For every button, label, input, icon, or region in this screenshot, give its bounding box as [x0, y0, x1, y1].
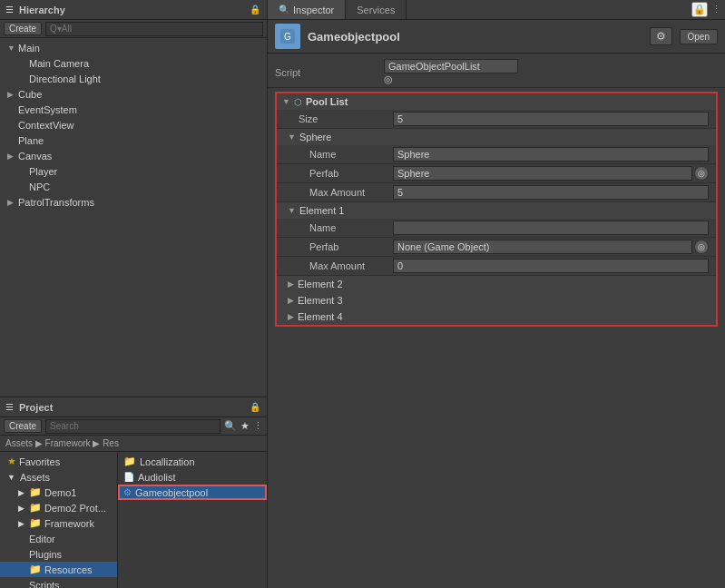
- proj-plugins[interactable]: Plugins: [0, 546, 117, 562]
- elem1-prefab-select-button[interactable]: ◎: [694, 240, 709, 254]
- proj-plugins-label: Plugins: [29, 549, 62, 560]
- hier-label-main: Main: [18, 43, 40, 54]
- elem1-name-value[interactable]: [393, 220, 709, 235]
- project-create-button[interactable]: Create: [4, 419, 42, 433]
- proj-favorites[interactable]: ★ Favorites: [0, 454, 117, 469]
- proj-assets[interactable]: ▼ Assets: [0, 469, 117, 485]
- proj-demo2[interactable]: ▶ 📁 Demo2 Prot...: [0, 500, 117, 515]
- proj-editor-label: Editor: [29, 534, 55, 544]
- proj-file-locallization[interactable]: 📁 Locallization: [118, 454, 267, 469]
- hierarchy-create-button[interactable]: Create: [4, 22, 42, 35]
- tab-services[interactable]: Services: [346, 0, 407, 19]
- size-value[interactable]: [393, 112, 709, 126]
- proj-favorites-label: Favorites: [19, 456, 60, 467]
- layout-icon: ⋮: [253, 420, 263, 432]
- project-tree: ★ Favorites ▼ Assets ▶ 📁 Demo1 ▶ 📁: [0, 452, 118, 588]
- folder-icon-framework: 📁: [29, 517, 42, 529]
- proj-demo1[interactable]: ▶ 📁 Demo1: [0, 485, 117, 500]
- hierarchy-content: ▼ Main Gameobjectpool Main Camera Direct…: [0, 38, 267, 397]
- pool-icon-svg: G: [279, 27, 297, 45]
- proj-file-gameobjectpool[interactable]: ⚙ Gameobjectpool: [118, 485, 267, 500]
- hier-item-npc[interactable]: NPC: [0, 179, 267, 194]
- sphere-prefab-label: Perfab: [284, 168, 393, 179]
- inspector-lock-button[interactable]: 🔒: [691, 2, 708, 17]
- hier-item-eventsystem[interactable]: EventSystem: [0, 102, 267, 117]
- hier-item-player[interactable]: Player: [0, 163, 267, 179]
- element2-arrow: [288, 279, 294, 289]
- hierarchy-search-input[interactable]: [45, 22, 263, 36]
- sphere-prefab-select-button[interactable]: ◎: [694, 166, 709, 181]
- element3-group-header[interactable]: Element 3: [277, 292, 716, 309]
- elem1-prefab-value[interactable]: [393, 240, 692, 254]
- proj-file-audiolist[interactable]: 📄 Audiolist: [118, 469, 267, 485]
- folder-icon-demo2: 📁: [29, 502, 42, 514]
- hier-item-contextview[interactable]: ContextView: [0, 117, 267, 132]
- hier-item-directionallight[interactable]: Directional Light: [0, 71, 267, 86]
- script-select-button[interactable]: ◎: [384, 74, 518, 85]
- hier-label-plane: Plane: [18, 135, 44, 146]
- inspector-menu-icon[interactable]: ⋮: [711, 4, 721, 15]
- element4-arrow: [288, 312, 294, 321]
- elem1-maxamount-label: Max Amount: [284, 260, 393, 271]
- hier-item-canvas[interactable]: ▶ Canvas: [0, 148, 267, 163]
- star-icon: ★: [7, 456, 16, 467]
- hierarchy-lock-button[interactable]: 🔒: [249, 4, 261, 16]
- proj-scripts[interactable]: Scripts: [0, 577, 117, 588]
- prop-sphere-maxamount: Max Amount: [277, 183, 716, 202]
- script-icon-audiolist: 📄: [123, 472, 134, 482]
- project-assets-view: 📁 Locallization 📄 Audiolist ⚙ Gameobject…: [118, 452, 267, 588]
- elem1-maxamount-value[interactable]: [393, 259, 709, 273]
- hier-item-patroltransforms[interactable]: ▶ PatrolTransforms: [0, 194, 267, 210]
- prop-elem1-name: Name: [277, 219, 716, 238]
- hier-item-main[interactable]: ▼ Main: [0, 40, 267, 55]
- hier-label-canvas: Canvas: [18, 151, 52, 162]
- element1-arrow: [288, 206, 296, 215]
- sphere-name-label: Name: [284, 149, 393, 160]
- script-label: Script: [275, 67, 384, 78]
- proj-editor[interactable]: Editor: [0, 531, 117, 546]
- project-titlebar: ☰ Project 🔒: [0, 397, 267, 417]
- hier-label-maincamera-text: Main Camera: [29, 58, 89, 69]
- hierarchy-toolbar: Create: [0, 20, 267, 38]
- proj-demo2-label: Demo2 Prot...: [44, 503, 106, 514]
- project-search-input[interactable]: [45, 419, 220, 434]
- elem1-name-label: Name: [284, 222, 393, 233]
- project-icon: ☰: [5, 402, 14, 412]
- sphere-name-value[interactable]: [393, 147, 709, 162]
- pool-list-header[interactable]: ⬡ Pool List: [277, 93, 716, 110]
- sphere-prefab-container: ◎: [393, 166, 709, 181]
- hier-label-contextview: ContextView: [18, 120, 74, 131]
- project-content: ★ Favorites ▼ Assets ▶ 📁 Demo1 ▶ 📁: [0, 452, 267, 588]
- folder-icon-resources: 📁: [29, 564, 42, 575]
- hier-label-patroltransforms: PatrolTransforms: [18, 197, 94, 208]
- script-value-field[interactable]: [384, 59, 518, 74]
- script-value-container: ◎: [384, 59, 518, 85]
- element4-group-header[interactable]: Element 4: [277, 309, 716, 325]
- sphere-group-header[interactable]: Sphere: [277, 129, 716, 145]
- element4-group-label: Element 4: [298, 311, 343, 322]
- search-icon: 🔍: [224, 420, 237, 432]
- script-icon-gameobjectpool: ⚙: [123, 487, 132, 497]
- tab-inspector[interactable]: 🔍 Inspector: [268, 0, 346, 19]
- project-lock-button[interactable]: 🔒: [249, 401, 261, 414]
- sphere-prefab-value[interactable]: [393, 166, 692, 181]
- elem1-prefab-label: Perfab: [284, 241, 393, 252]
- proj-framework[interactable]: ▶ 📁 Framework: [0, 515, 117, 531]
- inspector-gear-button[interactable]: ⚙: [650, 27, 672, 45]
- hier-item-cube[interactable]: ▶ Cube: [0, 86, 267, 102]
- proj-resources[interactable]: 📁 Resources: [0, 562, 117, 577]
- hier-label-npc: NPC: [29, 181, 50, 192]
- prop-elem1-maxamount: Max Amount: [277, 257, 716, 276]
- folder-icon-locallization: 📁: [123, 456, 136, 467]
- inspector-open-button[interactable]: Open: [680, 29, 718, 44]
- sphere-maxamount-value[interactable]: [393, 185, 709, 200]
- hierarchy-titlebar: ☰ Hierarchy 🔒: [0, 0, 267, 20]
- element1-group-header[interactable]: Element 1: [277, 202, 716, 219]
- prop-elem1-prefab: Perfab ◎: [277, 238, 716, 257]
- hier-arrow-canvas: ▶: [7, 152, 18, 161]
- hier-item-maincamera[interactable]: Gameobjectpool Main Camera: [0, 55, 267, 71]
- prop-sphere-prefab: Perfab ◎: [277, 164, 716, 183]
- element2-group-header[interactable]: Element 2: [277, 276, 716, 292]
- hier-item-plane[interactable]: Plane: [0, 132, 267, 148]
- tab-services-label: Services: [357, 5, 395, 15]
